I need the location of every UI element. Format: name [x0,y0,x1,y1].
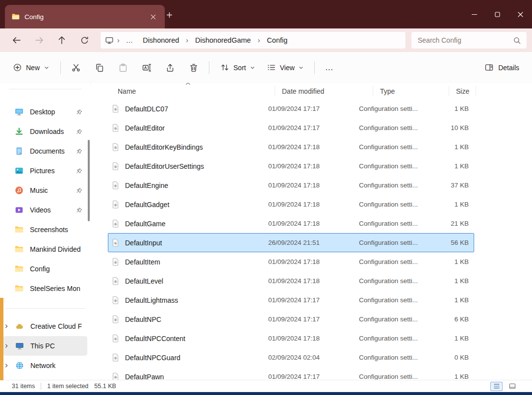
new-tab-button[interactable] [162,7,177,22]
left-edge-artifact [0,298,3,380]
new-button[interactable]: New [7,58,55,77]
sidebar-scrollbar[interactable] [88,140,90,221]
search-icon[interactable] [513,36,527,45]
column-header-size[interactable]: Size [449,86,476,97]
thumbnail-view-button[interactable] [506,382,518,391]
file-row-defaultlightmass[interactable]: DefaultLightmass01/09/2024 17:17Configur… [108,290,474,310]
config-file-icon [111,238,120,247]
file-name: DefaultLevel [125,277,163,285]
cut-button[interactable] [66,58,86,77]
desktop-icon [15,107,24,116]
column-header-name[interactable]: Name [111,86,275,97]
sidebar-item-desktop[interactable]: Desktop [3,102,87,122]
toolbar-divider [314,61,315,74]
see-more-button[interactable]: … [320,58,339,77]
file-type: Configuration setti... [359,201,428,208]
cloud-icon [15,322,24,331]
config-file-icon [111,334,120,342]
file-row-defaultitem[interactable]: DefaultItem01/09/2024 17:18Configuration… [108,252,474,271]
chevron-right-icon[interactable] [4,343,9,348]
file-name-cell: DefaultEditor [111,124,268,132]
sort-button[interactable]: Sort [214,58,261,77]
file-name-cell: DefaultNPC [111,315,268,323]
config-file-icon [111,258,120,266]
sidebar-item-mankind-divided[interactable]: Mankind Divided [3,239,87,259]
pin-icon [76,187,82,194]
file-date-modified: 01/09/2024 17:17 [268,316,359,323]
copy-button[interactable] [89,58,110,77]
toolbar-divider [209,61,209,74]
sidebar-item-screenshots[interactable]: Screenshots [3,220,87,239]
tab-close-icon[interactable] [146,10,160,24]
file-name: DefaultEngine [125,182,168,189]
titlebar: Config [0,0,532,28]
maximize-button[interactable] [486,0,509,28]
minimize-button[interactable] [463,0,486,28]
file-row-defaultgadget[interactable]: DefaultGadget01/09/2024 17:18Configurati… [108,195,474,214]
file-size: 1 KB [428,162,474,170]
config-file-icon [111,143,120,151]
column-header-date-modified[interactable]: Date modified [275,86,373,97]
this-pc-icon [105,36,114,45]
file-row-defaulteditorusersettings[interactable]: DefaultEditorUserSettings01/09/2024 17:1… [108,157,474,176]
sidebar-item-label: Creative Cloud F [30,322,82,330]
sidebar-item-downloads[interactable]: Downloads [3,122,87,141]
breadcrumb-item-dishonoredgame[interactable]: DishonoredGame [192,35,254,46]
sidebar-item-network[interactable]: Network [3,356,87,375]
sidebar-item-music[interactable]: Music [3,181,87,200]
column-header-type[interactable]: Type [373,86,449,97]
explorer-tab[interactable]: Config [5,5,165,28]
file-row-defaultinput[interactable]: DefaultInput26/09/2024 21:51Configuratio… [108,233,474,252]
file-date-modified: 01/09/2024 17:18 [268,182,359,189]
sidebar-item-label: Downloads [30,128,70,135]
sidebar-item-config[interactable]: Config [3,259,87,279]
details-view-button[interactable] [490,382,503,391]
delete-button[interactable] [183,58,204,77]
sidebar-item-creative-cloud-f[interactable]: Creative Cloud F [3,316,87,336]
refresh-button[interactable] [76,32,92,48]
file-date-modified: 01/09/2024 17:18 [268,277,359,285]
chevron-right-icon[interactable] [4,324,9,329]
file-row-defaultnpc[interactable]: DefaultNPC01/09/2024 17:17Configuration … [108,310,474,329]
back-button[interactable] [9,32,25,48]
file-row-defaultdlc07[interactable]: DefaultDLC0701/09/2024 17:17Configuratio… [108,99,474,118]
sidebar-item-videos[interactable]: Videos [3,200,87,220]
breadcrumb-item-dishonored[interactable]: Dishonored [139,35,182,46]
file-row-defaultgame[interactable]: DefaultGame01/09/2024 17:18Configuration… [108,214,474,233]
file-size: 1 KB [428,296,474,304]
breadcrumb-overflow-button[interactable]: … [123,36,137,44]
chevron-right-icon[interactable] [4,363,9,368]
toolbar-divider [60,61,61,74]
share-icon [165,63,175,73]
file-row-defaulteditorkeybindings[interactable]: DefaultEditorKeyBindings01/09/2024 17:18… [108,137,474,157]
close-button[interactable] [509,0,532,28]
file-row-defaultlevel[interactable]: DefaultLevel01/09/2024 17:18Configuratio… [108,271,474,290]
share-button[interactable] [160,58,180,77]
sidebar-item-steelseries-mon[interactable]: SteelSeries Mon [3,279,87,298]
sidebar-item-this-pc[interactable]: This PC [3,336,87,356]
sidebar-item-label: Documents [30,147,70,155]
search-input[interactable] [411,36,513,44]
paste-button[interactable] [113,58,133,77]
file-row-defaultnpccontent[interactable]: DefaultNPCContent01/09/2024 17:18Configu… [108,329,474,348]
file-name: DefaultLightmass [125,296,178,304]
details-pane-button[interactable]: Details [479,58,525,77]
videos-icon [15,206,24,214]
file-row-defaulteditor[interactable]: DefaultEditor01/09/2024 17:17Configurati… [108,118,474,137]
sidebar-item-documents[interactable]: Documents [3,141,87,161]
file-name-cell: DefaultEditorKeyBindings [111,143,268,151]
rename-button[interactable] [136,58,157,77]
file-row-defaultpawn[interactable]: DefaultPawn01/09/2024 17:17Configuration… [108,367,474,380]
breadcrumb-item-config[interactable]: Config [263,35,291,46]
forward-button[interactable] [31,32,47,48]
sidebar-item-pictures[interactable]: Pictures [3,161,87,181]
file-type: Configuration setti... [359,143,428,151]
up-button[interactable] [54,32,70,48]
file-type: Configuration setti... [359,124,428,132]
breadcrumb[interactable]: › … Dishonored›DishonoredGame›Config [100,31,406,49]
file-size: 1 KB [428,143,474,151]
file-row-defaultnpcguard[interactable]: DefaultNPCGuard02/09/2024 02:04Configura… [108,348,474,367]
view-button[interactable]: View [261,58,309,77]
file-row-defaultengine[interactable]: DefaultEngine01/09/2024 17:18Configurati… [108,176,474,195]
item-count: 31 items [12,383,35,390]
